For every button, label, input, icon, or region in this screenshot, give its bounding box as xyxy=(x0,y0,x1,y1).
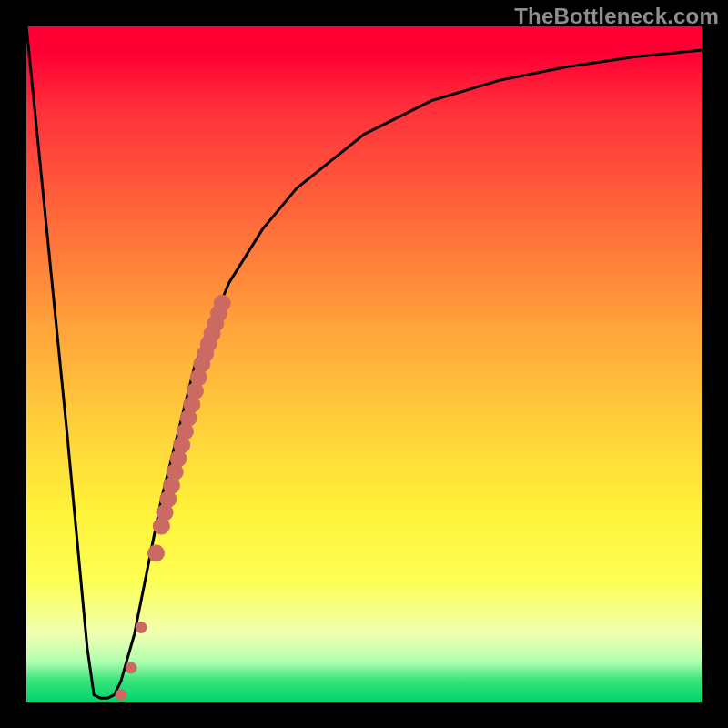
marker-dot xyxy=(126,662,136,673)
marker-dot xyxy=(136,622,147,632)
plot-area xyxy=(26,26,702,702)
marker-dot xyxy=(214,295,230,311)
marker-dot xyxy=(148,545,165,561)
marker-dot xyxy=(116,690,126,701)
chart-frame: TheBottleneck.com xyxy=(0,0,728,728)
chart-svg xyxy=(26,26,702,702)
bottleneck-curve xyxy=(26,26,702,698)
watermark-text: TheBottleneck.com xyxy=(514,4,719,29)
